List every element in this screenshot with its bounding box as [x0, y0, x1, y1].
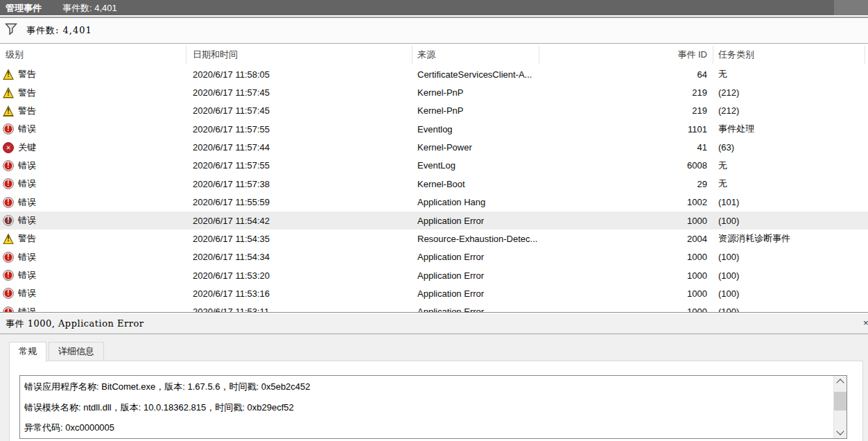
- level-label: 错误: [18, 178, 36, 190]
- table-row[interactable]: 关键2020/6/17 11:57:44Kernel-Power41(63): [0, 138, 868, 156]
- warning-icon: [3, 105, 14, 116]
- level-label: 错误: [18, 287, 36, 300]
- error-icon: [3, 306, 14, 312]
- table-row[interactable]: 错误2020/6/17 11:54:34Application Error100…: [0, 248, 868, 266]
- titlebar-right-segment: [834, 0, 868, 15]
- event-list: 警告2020/6/17 11:58:05CertificateServicesC…: [0, 65, 868, 312]
- column-divider[interactable]: [186, 46, 186, 64]
- scrollbar-thumb[interactable]: [834, 392, 847, 410]
- col-header-event-id[interactable]: 事件 ID: [539, 44, 707, 65]
- panel-titlebar: 管理事件 事件数: 4,401: [0, 0, 868, 15]
- tab-details[interactable]: 详细信息: [49, 342, 104, 361]
- tab-general[interactable]: 常规: [9, 342, 46, 362]
- level-label: 关键: [18, 141, 36, 154]
- table-row[interactable]: 错误2020/6/17 11:55:59Application Hang1002…: [0, 193, 868, 211]
- event-viewer-panel: 管理事件 事件数: 4,401 事件数: 4,401 级别 日期和时间 来源 事…: [0, 0, 868, 441]
- table-row[interactable]: 错误2020/6/17 11:53:20Application Error100…: [0, 266, 868, 284]
- preview-pane: 常规 详细信息 错误应用程序名称: BitComet.exe，版本: 1.67.…: [0, 334, 868, 441]
- table-row[interactable]: 错误2020/6/17 11:57:55EventLog6008无: [0, 157, 868, 175]
- level-label: 错误: [18, 269, 36, 282]
- preview-header: 事件 1000, Application Error ×: [0, 313, 868, 334]
- level-label: 错误: [18, 251, 36, 263]
- error-icon: [3, 252, 14, 263]
- level-label: 错误: [18, 159, 36, 172]
- filter-funnel-icon: [5, 23, 18, 37]
- error-icon: [3, 197, 14, 208]
- column-divider[interactable]: [865, 46, 865, 64]
- error-icon: [3, 288, 14, 299]
- event-description-lines: 错误应用程序名称: BitComet.exe，版本: 1.67.5.6，时间戳:…: [20, 376, 847, 438]
- table-row[interactable]: 警告2020/6/17 11:57:45Kernel-PnP219(212): [0, 102, 868, 120]
- scroll-up-icon[interactable]: [834, 376, 847, 388]
- level-label: 警告: [18, 87, 36, 99]
- table-row[interactable]: 错误2020/6/17 11:53:11Application Error100…: [0, 303, 868, 312]
- warning-icon: [3, 69, 14, 80]
- table-row[interactable]: 警告2020/6/17 11:58:05CertificateServicesC…: [0, 65, 868, 83]
- error-icon: [3, 123, 14, 135]
- list-header: 级别 日期和时间 来源 事件 ID 任务类别: [0, 44, 868, 65]
- close-icon[interactable]: ×: [863, 318, 868, 328]
- table-row[interactable]: 警告2020/6/17 11:57:45Kernel-PnP219(212): [0, 83, 868, 101]
- level-label: 错误: [18, 306, 36, 312]
- level-label: 错误: [18, 214, 36, 227]
- event-description-textbox[interactable]: 错误应用程序名称: BitComet.exe，版本: 1.67.5.6，时间戳:…: [19, 375, 847, 439]
- level-label: 警告: [18, 68, 36, 80]
- warning-icon: [3, 87, 14, 98]
- table-row[interactable]: 错误2020/6/17 11:57:38Kernel-Boot29无: [0, 175, 868, 193]
- col-header-source[interactable]: 来源: [417, 44, 435, 65]
- col-header-task-category[interactable]: 任务类别: [718, 44, 754, 65]
- table-row[interactable]: 错误2020/6/17 11:54:42Application Error100…: [0, 211, 868, 230]
- column-divider[interactable]: [412, 46, 413, 64]
- table-row[interactable]: 错误2020/6/17 11:53:16Application Error100…: [0, 284, 868, 302]
- col-header-datetime[interactable]: 日期和时间: [193, 44, 238, 65]
- description-line: 异常代码: 0xc0000005: [20, 417, 847, 438]
- level-label: 警告: [18, 105, 36, 117]
- column-divider[interactable]: [713, 46, 713, 64]
- warning-icon: [3, 233, 14, 244]
- vertical-scrollbar[interactable]: [833, 376, 847, 438]
- error-icon: [3, 270, 14, 281]
- table-row[interactable]: 错误2020/6/17 11:57:55Eventlog1101事件处理: [0, 120, 868, 138]
- pane-splitter[interactable]: [0, 312, 868, 313]
- description-line: 错误应用程序名称: BitComet.exe，版本: 1.67.5.6，时间戳:…: [20, 377, 847, 397]
- tab-page-general: 错误应用程序名称: BitComet.exe，版本: 1.67.5.6，时间戳:…: [9, 361, 863, 441]
- column-divider[interactable]: [539, 46, 539, 64]
- critical-icon: [3, 142, 14, 153]
- preview-title: 事件 1000, Application Error: [6, 318, 144, 330]
- level-label: 警告: [18, 232, 36, 245]
- col-header-level[interactable]: 级别: [6, 44, 24, 65]
- level-label: 错误: [18, 123, 36, 135]
- error-icon: [3, 178, 14, 189]
- tab-strip: 常规 详细信息: [9, 342, 106, 362]
- description-line: 错误模块名称: ntdll.dll，版本: 10.0.18362.815，时间戳…: [20, 397, 847, 418]
- panel-event-count: 事件数: 4,401: [62, 2, 117, 15]
- error-icon: [3, 160, 14, 171]
- error-icon: [3, 215, 14, 226]
- table-row[interactable]: 警告2020/6/17 11:54:35Resource-Exhaustion-…: [0, 230, 868, 248]
- scroll-down-icon[interactable]: [834, 426, 847, 438]
- panel-title: 管理事件: [6, 2, 42, 15]
- level-label: 错误: [18, 196, 36, 209]
- filter-event-count: 事件数: 4,401: [26, 24, 92, 37]
- filter-bar: 事件数: 4,401: [0, 18, 868, 44]
